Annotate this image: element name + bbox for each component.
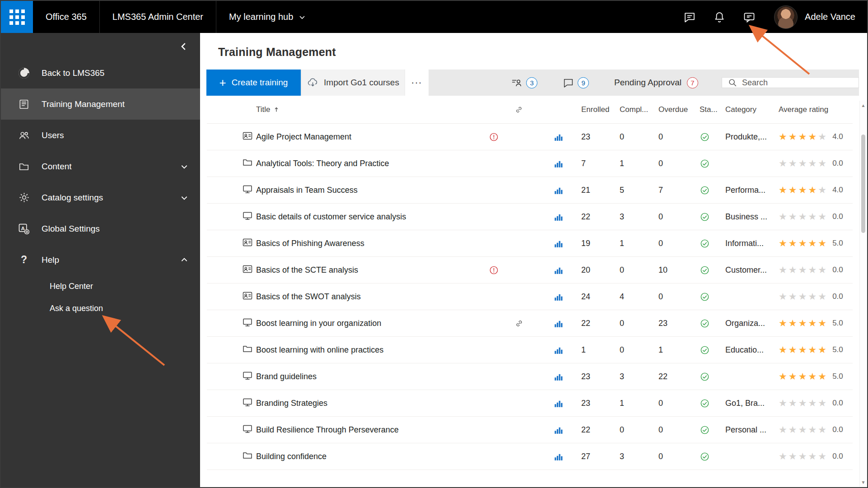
column-header-linked[interactable] [514, 105, 538, 114]
sidebar-item-help-center[interactable]: Help Center [1, 275, 200, 297]
report-chart-icon[interactable] [538, 345, 565, 355]
plan-icon [242, 130, 256, 144]
scroll-down-arrow[interactable]: ▼ [861, 478, 866, 487]
vertical-scrollbar[interactable]: ▲ ▼ [859, 101, 867, 487]
report-chart-icon[interactable] [538, 186, 565, 195]
enrollment-requests-button[interactable]: 3 [510, 77, 537, 88]
table-row[interactable]: Basic details of customer service analys… [207, 204, 853, 230]
training-title-link[interactable]: Boost learning in your organization [256, 319, 489, 328]
training-title-link[interactable]: Basics of the SCTE analysis [256, 265, 489, 275]
column-header-overdue[interactable]: Overdue [644, 105, 682, 114]
rating-cell: ★★★★★5.0 [777, 344, 853, 355]
training-title-link[interactable]: Agile Project Management [256, 132, 489, 142]
report-chart-icon[interactable] [538, 372, 565, 381]
hub-selector[interactable]: My learning hub [216, 1, 318, 33]
report-chart-icon[interactable] [538, 292, 565, 302]
comments-button[interactable]: 9 [563, 77, 589, 88]
table-row[interactable]: Agile Project Management2300Produkte,...… [207, 124, 853, 150]
table-row[interactable]: Brand guidelines23322★★★★★5.0 [207, 363, 853, 390]
sidebar-item-label: Users [42, 130, 64, 140]
training-title-link[interactable]: Basics of the SWOT analysis [256, 292, 489, 302]
table-body: Agile Project Management2300Produkte,...… [207, 124, 853, 470]
star-icon: ★ [808, 424, 818, 435]
sidebar-item-ask-a-question[interactable]: Ask a question [1, 297, 200, 320]
star-icon: ★ [808, 291, 818, 302]
account-button[interactable]: Adele Vance [764, 1, 867, 33]
import-go1-button[interactable]: Import Go1 courses [302, 70, 405, 96]
report-chart-icon[interactable] [538, 425, 565, 435]
table-row[interactable]: Boost learning with online practices101E… [207, 337, 853, 363]
report-chart-icon[interactable] [538, 399, 565, 408]
sidebar-item-help[interactable]: ? Help [1, 244, 200, 275]
sidebar-item-back-to-lms365[interactable]: Back to LMS365 [1, 57, 200, 88]
create-training-button[interactable]: + Create training [206, 70, 301, 96]
pending-approval-button[interactable]: Pending Approval 7 [614, 77, 698, 88]
office365-link[interactable]: Office 365 [33, 1, 99, 33]
scrollbar-thumb[interactable] [861, 135, 865, 233]
report-chart-icon[interactable] [538, 132, 565, 142]
table-row[interactable]: Basics of the SWOT analysis2440★★★★★0.0 [207, 284, 853, 310]
column-header-completed[interactable]: Compl... [605, 105, 644, 114]
column-header-rating[interactable]: Average rating [777, 105, 853, 114]
report-chart-icon[interactable] [538, 265, 565, 275]
global-settings-icon: A [16, 223, 32, 235]
column-header-category[interactable]: Category [723, 105, 777, 114]
completed-count: 4 [605, 292, 644, 302]
training-title-link[interactable]: Build Resilience Through Perseverance [256, 425, 489, 435]
training-title-link[interactable]: Basic details of customer service analys… [256, 212, 489, 222]
table-row[interactable]: Branding Strategies2310Go1, Bra...★★★★★0… [207, 390, 853, 417]
admin-center-link[interactable]: LMS365 Admin Center [99, 1, 216, 33]
training-title-link[interactable]: Branding Strategies [256, 399, 489, 408]
status-published-icon [682, 372, 723, 382]
enrolled-count: 1 [565, 345, 605, 355]
star-icon: ★ [798, 424, 808, 435]
search-box[interactable] [722, 77, 859, 88]
table-row[interactable]: Basics of the SCTE analysis20010Customer… [207, 257, 853, 284]
table-row[interactable]: Appraisals in Team Success2157Performa..… [207, 177, 853, 204]
enrolled-count: 23 [565, 132, 605, 142]
app-launcher-button[interactable] [1, 1, 33, 33]
enrolled-count: 23 [565, 399, 605, 408]
star-icon: ★ [779, 344, 789, 355]
training-title-link[interactable]: Appraisals in Team Success [256, 186, 489, 195]
training-title-link[interactable]: Basics of Phishing Awareness [256, 239, 489, 248]
completed-count: 1 [605, 159, 644, 168]
training-title-link[interactable]: Boost learning with online practices [256, 345, 489, 355]
cloud-download-icon [307, 77, 318, 88]
column-header-title[interactable]: Title [256, 105, 489, 114]
search-input[interactable] [742, 78, 853, 88]
notifications-button[interactable] [705, 1, 734, 33]
sidebar-item-users[interactable]: Users [1, 120, 200, 151]
sidebar-item-global-settings[interactable]: A Global Settings [1, 213, 200, 244]
column-header-enrolled[interactable]: Enrolled [565, 105, 605, 114]
star-icon: ★ [808, 211, 818, 222]
training-title-link[interactable]: Building confidence [256, 452, 489, 461]
rating-value: 0.0 [832, 212, 843, 221]
rating-cell: ★★★★★0.0 [777, 291, 853, 302]
sidebar-item-content[interactable]: Content [1, 151, 200, 182]
feedback-button[interactable] [734, 1, 764, 33]
table-row[interactable]: Analytical Tools: Theory and Practice710… [207, 150, 853, 177]
sidebar-item-training-management[interactable]: Training Management [1, 88, 200, 120]
column-header-status[interactable]: Sta... [682, 105, 723, 114]
report-chart-icon[interactable] [538, 319, 565, 328]
app-window: Office 365 LMS365 Admin Center My learni… [0, 0, 868, 488]
rating-cell: ★★★★★0.0 [777, 424, 853, 435]
status-published-icon [682, 292, 723, 302]
training-title-link[interactable]: Analytical Tools: Theory and Practice [256, 159, 489, 168]
report-chart-icon[interactable] [538, 212, 565, 222]
report-chart-icon[interactable] [538, 159, 565, 168]
completed-count: 3 [605, 452, 644, 461]
sidebar-collapse-button[interactable] [177, 40, 190, 53]
table-row[interactable]: Build Resilience Through Perseverance220… [207, 417, 853, 443]
more-actions-button[interactable]: ... [405, 70, 429, 96]
table-row[interactable]: Boost learning in your organization22023… [207, 310, 853, 337]
report-chart-icon[interactable] [538, 239, 565, 248]
messages-button[interactable] [675, 1, 705, 33]
training-title-link[interactable]: Brand guidelines [256, 372, 489, 381]
scroll-up-arrow[interactable]: ▲ [861, 101, 866, 110]
report-chart-icon[interactable] [538, 452, 565, 461]
table-row[interactable]: Building confidence2730★★★★★0.0 [207, 443, 853, 470]
sidebar-item-catalog-settings[interactable]: Catalog settings [1, 182, 200, 213]
table-row[interactable]: Basics of Phishing Awareness1910Informat… [207, 230, 853, 257]
